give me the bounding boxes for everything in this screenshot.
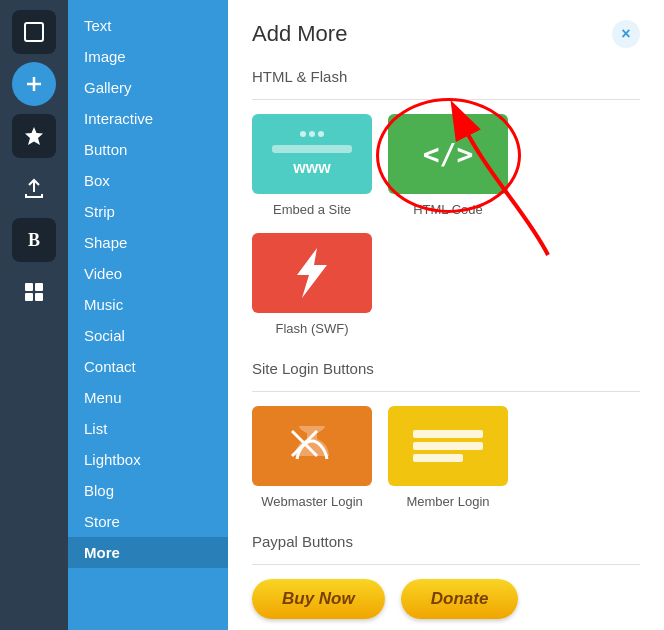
main-panel: Add More × HTML & Flash www Embed a Site [228, 0, 664, 630]
webmaster-login-item[interactable]: Webmaster Login [252, 406, 372, 509]
paypal-buttons-row: Buy Now Donate [252, 579, 640, 619]
nav-item-interactive[interactable]: Interactive [68, 103, 228, 134]
nav-item-contact[interactable]: Contact [68, 351, 228, 382]
sidebar-icons: B [0, 0, 68, 630]
paypal-title: Paypal Buttons [252, 533, 640, 550]
flash-swf-icon [252, 233, 372, 313]
buy-now-button[interactable]: Buy Now [252, 579, 385, 619]
upload-icon-btn[interactable] [12, 166, 56, 210]
nav-item-video[interactable]: Video [68, 258, 228, 289]
embed-site-item[interactable]: www Embed a Site [252, 114, 372, 217]
embed-site-icon: www [252, 114, 372, 194]
nav-item-image[interactable]: Image [68, 41, 228, 72]
svg-rect-0 [25, 23, 43, 41]
close-button[interactable]: × [612, 20, 640, 48]
nav-list: Text Image Gallery Interactive Button Bo… [68, 0, 228, 630]
login-buttons-grid: Webmaster Login Member Login [252, 406, 640, 509]
paypal-divider [252, 564, 640, 565]
nav-item-more[interactable]: More [68, 537, 228, 568]
webmaster-login-label: Webmaster Login [261, 494, 363, 509]
embed-site-label: Embed a Site [273, 202, 351, 217]
login-buttons-section: Site Login Buttons Webmaster Login [252, 360, 640, 509]
html-code-icon: </> [388, 114, 508, 194]
nav-item-text[interactable]: Text [68, 10, 228, 41]
html-flash-grid: www Embed a Site </> HTML Code Flash (SW… [252, 114, 640, 336]
nav-item-blog[interactable]: Blog [68, 475, 228, 506]
panel-header: Add More × [252, 20, 640, 48]
flash-swf-item[interactable]: Flash (SWF) [252, 233, 372, 336]
star-icon-btn[interactable] [12, 114, 56, 158]
apps-icon-btn[interactable] [12, 270, 56, 314]
nav-item-gallery[interactable]: Gallery [68, 72, 228, 103]
member-login-label: Member Login [406, 494, 489, 509]
html-flash-section: HTML & Flash www Embed a Site [252, 68, 640, 336]
svg-marker-3 [25, 127, 43, 145]
svg-rect-6 [25, 293, 33, 301]
nav-item-list[interactable]: List [68, 413, 228, 444]
html-flash-title: HTML & Flash [252, 68, 640, 85]
svg-rect-7 [35, 293, 43, 301]
donate-button[interactable]: Donate [401, 579, 519, 619]
panel-title: Add More [252, 21, 347, 47]
flash-swf-label: Flash (SWF) [276, 321, 349, 336]
nav-item-strip[interactable]: Strip [68, 196, 228, 227]
svg-rect-5 [35, 283, 43, 291]
nav-item-social[interactable]: Social [68, 320, 228, 351]
html-flash-divider [252, 99, 640, 100]
member-login-item[interactable]: Member Login [388, 406, 508, 509]
nav-item-menu[interactable]: Menu [68, 382, 228, 413]
pages-icon-btn[interactable] [12, 10, 56, 54]
svg-rect-4 [25, 283, 33, 291]
paypal-section: Paypal Buttons Buy Now Donate VISA MC AM… [252, 533, 640, 630]
nav-item-lightbox[interactable]: Lightbox [68, 444, 228, 475]
login-buttons-title: Site Login Buttons [252, 360, 640, 377]
html-code-label: HTML Code [413, 202, 483, 217]
nav-item-shape[interactable]: Shape [68, 227, 228, 258]
login-buttons-divider [252, 391, 640, 392]
bold-letter: B [28, 230, 40, 251]
add-icon-btn[interactable] [12, 62, 56, 106]
nav-item-store[interactable]: Store [68, 506, 228, 537]
html-code-item[interactable]: </> HTML Code [388, 114, 508, 217]
nav-item-box[interactable]: Box [68, 165, 228, 196]
webmaster-login-icon [252, 406, 372, 486]
nav-item-button[interactable]: Button [68, 134, 228, 165]
bold-icon-btn[interactable]: B [12, 218, 56, 262]
nav-item-music[interactable]: Music [68, 289, 228, 320]
member-login-icon [388, 406, 508, 486]
